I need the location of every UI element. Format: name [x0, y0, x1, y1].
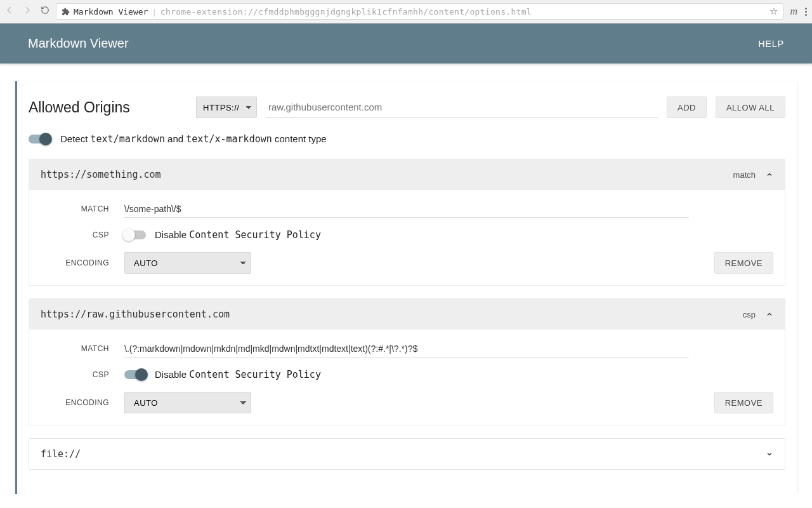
allow-all-button[interactable]: ALLOW ALL	[716, 97, 785, 118]
origin-block: https://raw.githubusercontent.com csp MA…	[29, 298, 785, 425]
nav-buttons	[5, 6, 49, 17]
allowed-origins-card: Allowed Origins HTTPS:// ADD ALLOW ALL D…	[15, 81, 797, 494]
extension-title: Markdown Viewer	[74, 7, 148, 17]
csp-description: Disable Content Security Policy	[155, 369, 321, 380]
bookmark-star-icon[interactable]: ☆	[769, 6, 778, 17]
match-label: MATCH	[41, 344, 124, 353]
origin-body: MATCH CSP Disable Content Security Polic…	[29, 330, 785, 425]
browser-toolbar: Markdown Viewer | chrome-extension://cfm…	[0, 0, 812, 23]
browser-menu-icon[interactable]	[805, 8, 807, 16]
origin-header[interactable]: https://raw.githubusercontent.com csp	[29, 299, 785, 330]
help-link[interactable]: HELP	[758, 39, 784, 49]
encoding-select[interactable]: AUTO	[124, 392, 251, 413]
match-label: MATCH	[41, 204, 124, 213]
origin-block-collapsed[interactable]: file://	[29, 438, 785, 470]
profile-icon[interactable]: m	[790, 6, 797, 17]
origin-header[interactable]: https://something.com match	[29, 159, 785, 190]
forward-button[interactable]	[23, 6, 32, 17]
extension-icon: Markdown Viewer	[62, 7, 148, 17]
origin-body: MATCH CSP Disable Content Security Polic…	[29, 190, 785, 285]
csp-description: Disable Content Security Policy	[155, 229, 321, 241]
app-title: Markdown Viewer	[28, 36, 129, 51]
origin-url: https://raw.githubusercontent.com	[41, 309, 230, 320]
chevron-down-icon	[766, 450, 773, 458]
reload-button[interactable]	[41, 6, 49, 17]
remove-button[interactable]: REMOVE	[714, 392, 773, 413]
remove-button[interactable]: REMOVE	[714, 252, 773, 274]
scheme-select[interactable]: HTTPS://	[196, 97, 257, 118]
origin-badge: match	[733, 170, 756, 180]
csp-toggle[interactable]	[124, 370, 146, 379]
match-input[interactable]	[124, 340, 689, 358]
detect-label: Detect text/markdown and text/x-markdown…	[60, 133, 327, 145]
address-bar[interactable]: Markdown Viewer | chrome-extension://cfm…	[56, 3, 783, 20]
detect-toggle[interactable]	[29, 135, 50, 144]
section-title: Allowed Origins	[29, 99, 187, 116]
add-origin-row: Allowed Origins HTTPS:// ADD ALLOW ALL	[17, 81, 797, 130]
chevron-up-icon	[766, 311, 773, 318]
omnibox-divider: |	[153, 7, 155, 17]
encoding-label: ENCODING	[41, 398, 124, 407]
encoding-select[interactable]: AUTO	[124, 252, 251, 274]
origin-input[interactable]	[266, 97, 658, 117]
page-content: Allowed Origins HTTPS:// ADD ALLOW ALL D…	[0, 64, 812, 494]
chevron-up-icon	[766, 171, 773, 178]
encoding-label: ENCODING	[41, 258, 124, 267]
csp-label: CSP	[41, 370, 124, 379]
origin-block: https://something.com match MATCH CSP Di…	[29, 159, 785, 286]
add-button[interactable]: ADD	[667, 97, 707, 118]
csp-toggle[interactable]	[124, 231, 146, 239]
match-input[interactable]	[124, 200, 689, 218]
csp-label: CSP	[41, 231, 124, 239]
url-text: chrome-extension://cfmddphmbgggnjdgngkpl…	[160, 7, 532, 17]
browser-right-icons: m	[790, 6, 807, 17]
app-header: Markdown Viewer HELP	[0, 23, 812, 64]
back-button[interactable]	[5, 6, 14, 17]
origin-badge: csp	[743, 310, 756, 319]
origin-url: https://something.com	[41, 169, 161, 180]
detect-content-type-row: Detect text/markdown and text/x-markdown…	[17, 130, 797, 159]
origin-url: file://	[41, 448, 81, 460]
